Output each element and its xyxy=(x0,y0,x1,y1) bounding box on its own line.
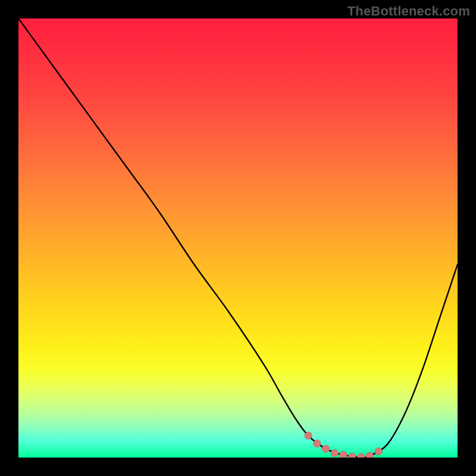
sweet-spot-marker xyxy=(358,453,365,458)
sweet-spot-marker xyxy=(331,450,338,457)
sweet-spot-markers xyxy=(305,432,382,458)
sweet-spot-marker xyxy=(314,440,321,447)
sweet-spot-marker xyxy=(340,452,347,458)
sweet-spot-marker xyxy=(366,452,373,458)
sweet-spot-marker xyxy=(322,445,330,452)
sweet-spot-marker xyxy=(305,432,312,439)
plot-area xyxy=(18,18,458,458)
sweet-spot-marker xyxy=(349,453,356,458)
curve-layer xyxy=(18,18,458,458)
chart-frame: TheBottleneck.com xyxy=(0,0,476,476)
bottleneck-curve xyxy=(18,18,458,458)
sweet-spot-marker xyxy=(375,448,382,455)
watermark-text: TheBottleneck.com xyxy=(347,4,470,19)
